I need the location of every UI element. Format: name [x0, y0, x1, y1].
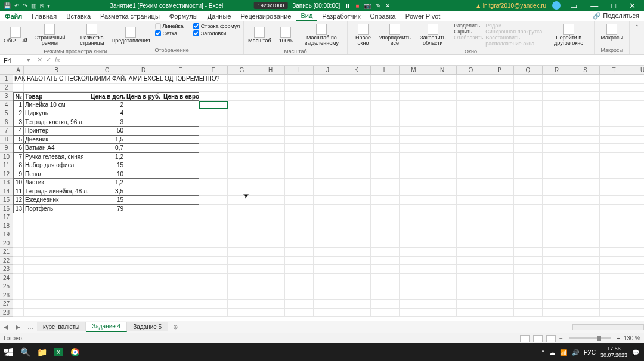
row-headers[interactable]: 1234567891011121314151617181920212223242… — [0, 75, 13, 317]
cell[interactable] — [256, 136, 285, 144]
cell[interactable] — [400, 127, 428, 136]
row-header[interactable]: 14 — [0, 187, 13, 196]
cell[interactable] — [89, 300, 125, 309]
tab-help[interactable]: Справка — [365, 11, 400, 21]
cell[interactable]: Ручка гелевая, синяя — [24, 153, 89, 162]
cell[interactable] — [285, 127, 314, 136]
cell[interactable]: 11 — [13, 187, 24, 196]
cell[interactable] — [514, 109, 543, 118]
cell[interactable] — [485, 300, 514, 309]
cell[interactable] — [285, 291, 314, 300]
cell[interactable] — [485, 213, 514, 222]
cell[interactable] — [285, 222, 314, 231]
cell[interactable] — [285, 101, 314, 110]
cell[interactable] — [543, 92, 571, 101]
cell[interactable] — [371, 239, 400, 248]
cell[interactable] — [628, 222, 644, 231]
cell[interactable] — [371, 213, 400, 222]
row-header[interactable]: 16 — [0, 205, 13, 214]
cell[interactable] — [199, 109, 228, 118]
zoom-in-icon[interactable]: + — [617, 335, 620, 342]
cell[interactable] — [199, 187, 228, 196]
cell[interactable] — [514, 161, 543, 170]
cell[interactable] — [400, 248, 428, 257]
cell[interactable] — [256, 230, 285, 239]
cell[interactable] — [485, 109, 514, 118]
close-icon[interactable]: ✕ — [626, 1, 639, 10]
cell[interactable] — [371, 75, 400, 84]
cell[interactable] — [13, 222, 24, 231]
cell[interactable] — [514, 153, 543, 162]
cell[interactable] — [162, 196, 199, 205]
cell[interactable] — [228, 92, 256, 101]
cell[interactable] — [514, 92, 543, 101]
cell[interactable] — [628, 282, 644, 291]
cell[interactable] — [543, 144, 571, 153]
cell[interactable] — [428, 187, 457, 196]
macros-button[interactable]: Макросы — [598, 23, 626, 42]
cell[interactable] — [600, 300, 628, 309]
cell[interactable] — [371, 187, 400, 196]
tab-powerpivot[interactable]: Power Pivot — [401, 11, 445, 21]
cell[interactable] — [628, 291, 644, 300]
cell[interactable] — [89, 213, 125, 222]
hide-button[interactable]: Скрыть — [454, 29, 483, 35]
cell[interactable]: 2 — [13, 109, 24, 118]
cell[interactable] — [514, 101, 543, 110]
cell[interactable] — [162, 161, 199, 170]
row-header[interactable]: 28 — [0, 309, 13, 318]
column-headers[interactable]: ABCDEFGHIJKLMNOPQRSTU — [13, 66, 644, 75]
cell[interactable] — [125, 127, 162, 136]
cell[interactable] — [125, 265, 162, 274]
cell[interactable] — [400, 153, 428, 162]
cell[interactable] — [514, 230, 543, 239]
cell[interactable] — [600, 109, 628, 118]
cell[interactable] — [125, 196, 162, 205]
cell[interactable] — [600, 265, 628, 274]
cell[interactable] — [342, 230, 371, 239]
cell[interactable] — [228, 222, 256, 231]
cell[interactable]: 10 — [89, 170, 125, 179]
cell[interactable] — [485, 239, 514, 248]
cell[interactable] — [162, 136, 199, 144]
cell[interactable] — [428, 127, 457, 136]
cell[interactable] — [24, 291, 89, 300]
cell[interactable] — [543, 153, 571, 162]
cell[interactable] — [285, 248, 314, 257]
cell[interactable] — [400, 187, 428, 196]
cell[interactable] — [600, 222, 628, 231]
cell[interactable] — [285, 144, 314, 153]
cell[interactable] — [514, 309, 543, 318]
cell[interactable] — [228, 170, 256, 179]
cell[interactable] — [571, 170, 600, 179]
cell[interactable] — [543, 248, 571, 257]
cell[interactable] — [628, 248, 644, 257]
cell[interactable] — [199, 257, 228, 266]
cell[interactable] — [342, 92, 371, 101]
col-header[interactable]: Q — [514, 66, 543, 75]
cell[interactable] — [285, 187, 314, 196]
cell[interactable] — [628, 309, 644, 318]
select-all-corner[interactable] — [0, 66, 13, 75]
cell[interactable]: 7 — [13, 153, 24, 162]
cell[interactable] — [628, 101, 644, 110]
cell[interactable] — [514, 248, 543, 257]
cell[interactable] — [514, 222, 543, 231]
cell[interactable] — [342, 257, 371, 266]
cell[interactable] — [371, 179, 400, 187]
cell[interactable] — [571, 187, 600, 196]
cell[interactable] — [256, 282, 285, 291]
cell[interactable] — [314, 222, 342, 231]
cell[interactable] — [628, 179, 644, 187]
close-rec-icon[interactable]: ✕ — [385, 2, 390, 9]
row-header[interactable]: 11 — [0, 161, 13, 170]
cell[interactable] — [314, 300, 342, 309]
cell[interactable] — [514, 205, 543, 214]
cell[interactable] — [13, 213, 24, 222]
cell[interactable] — [485, 84, 514, 93]
cell[interactable] — [400, 300, 428, 309]
cell[interactable] — [428, 179, 457, 187]
view-pagelayout-button[interactable]: Разметка страницы — [72, 23, 112, 48]
cell[interactable] — [125, 84, 162, 93]
row-header[interactable]: 27 — [0, 300, 13, 309]
